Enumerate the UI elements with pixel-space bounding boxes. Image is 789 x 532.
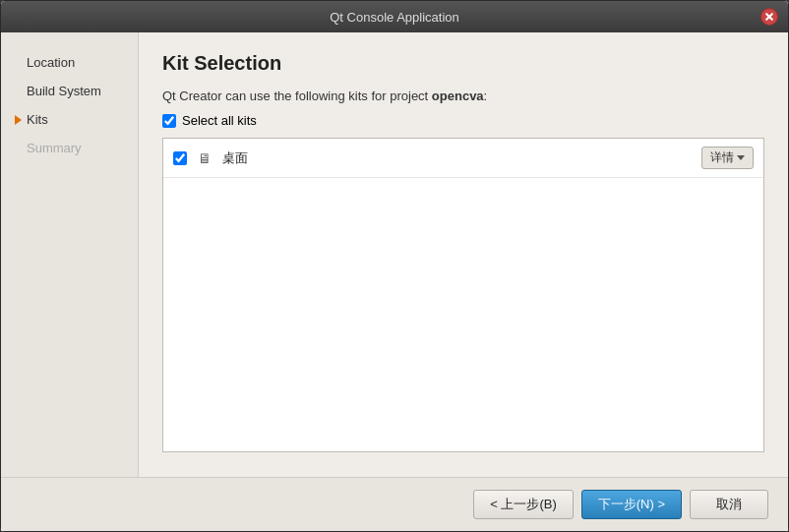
kits-list: 🖥 桌面 详情	[162, 138, 764, 452]
footer: < 上一步(B) 下一步(N) > 取消	[1, 477, 788, 531]
select-all-row: Select all kits	[162, 113, 764, 128]
project-name: opencva	[432, 89, 484, 103]
kit-desktop-checkbox[interactable]	[173, 151, 187, 165]
close-button[interactable]	[760, 8, 778, 26]
sidebar: Location Build System Kits Summary	[1, 32, 139, 477]
kit-desktop-name: 桌面	[222, 149, 248, 167]
window-title: Qt Console Application	[330, 10, 459, 25]
sidebar-item-summary: Summary	[11, 138, 128, 158]
cancel-button[interactable]: 取消	[690, 490, 768, 519]
content-area: Location Build System Kits Summary Kit S…	[1, 32, 788, 477]
page-title: Kit Selection	[162, 52, 764, 75]
page-description: Qt Creator can use the following kits fo…	[162, 89, 764, 103]
sidebar-item-location[interactable]: Location	[11, 52, 128, 73]
kit-item-left: 🖥 桌面	[173, 149, 248, 167]
titlebar: Qt Console Application	[1, 1, 788, 32]
main-window: Qt Console Application Location Build Sy…	[0, 0, 789, 532]
next-button[interactable]: 下一步(N) >	[581, 490, 682, 519]
kit-item-desktop: 🖥 桌面 详情	[163, 139, 763, 178]
select-all-label[interactable]: Select all kits	[182, 113, 257, 128]
details-button[interactable]: 详情	[701, 147, 754, 169]
select-all-checkbox[interactable]	[162, 114, 176, 128]
back-button[interactable]: < 上一步(B)	[473, 490, 574, 519]
sidebar-item-build-system[interactable]: Build System	[11, 81, 128, 101]
sidebar-item-kits[interactable]: Kits	[11, 109, 128, 130]
monitor-icon: 🖥	[195, 150, 214, 166]
main-content: Kit Selection Qt Creator can use the fol…	[139, 32, 788, 477]
